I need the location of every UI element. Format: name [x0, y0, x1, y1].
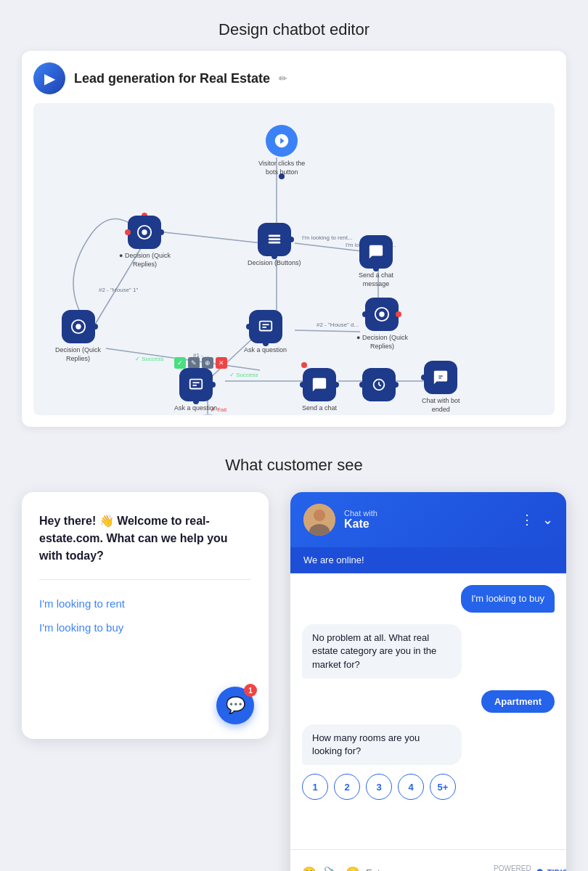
room-options: 1 2 3 4 5+ [302, 774, 555, 800]
online-banner: We are online! [290, 547, 566, 573]
room-btn-1[interactable]: 1 [302, 774, 328, 800]
chat-ended-node[interactable]: Chat with botended [422, 361, 460, 414]
editor-card: ▶ Lead generation for Real Estate ✏ I'm … [22, 51, 566, 427]
tidio-brand: TIDIO [547, 868, 566, 871]
attachment-icon[interactable]: 📎 [324, 866, 338, 872]
chat-ended-label: Chat with botended [422, 397, 460, 414]
room-btn-5plus[interactable]: 5+ [430, 774, 456, 800]
powered-by: POWERED BY TIDIO [494, 864, 566, 871]
bot-icon: ▶ [33, 62, 65, 94]
chat-message-input[interactable] [366, 867, 488, 872]
message-outgoing-1: I'm looking to buy [302, 585, 555, 618]
bubble-apartment[interactable]: Apartment [481, 690, 555, 713]
room-btn-2[interactable]: 2 [334, 774, 360, 800]
svg-rect-24 [269, 238, 281, 240]
bubble-looking-to-buy: I'm looking to buy [461, 585, 555, 613]
decision-qr1-box [128, 216, 161, 249]
decision-qr3-label: Decision (QuickReplies) [55, 346, 101, 363]
section2-title: What customer see [0, 427, 588, 492]
svg-point-27 [380, 311, 385, 316]
ask-q1-label: Ask a question [244, 346, 287, 355]
chat-input-area: 🙂 📎 😊 POWERED BY TIDIO [290, 849, 566, 871]
decision-buttons-box [258, 223, 291, 256]
chat-left-card: Hey there! 👋 Welcome to real-estate.com.… [22, 492, 269, 739]
send-chat2-box [303, 368, 336, 401]
online-text: We are online! [303, 555, 364, 565]
message-rooms-question: How many rooms are you looking for? [302, 724, 555, 771]
bubble-rooms: How many rooms are you looking for? [302, 724, 462, 765]
trigger-node[interactable]: Visitor clicks thebots button [258, 125, 305, 176]
ask-q2-box [179, 368, 213, 401]
send-chat1-node[interactable]: Send a chatmessage [359, 235, 393, 288]
svg-text:#2 - "House" d...: #2 - "House" d... [317, 322, 359, 328]
edit-icon[interactable]: ✏ [279, 73, 287, 84]
decision-qr2-box [365, 298, 399, 331]
svg-text:✓ Success: ✓ Success [135, 356, 163, 362]
svg-rect-25 [269, 242, 281, 244]
option-rent[interactable]: I'm looking to rent [39, 592, 251, 616]
chat-ended-box [424, 361, 457, 394]
svg-line-19 [295, 330, 360, 332]
bubble-category-question: No problem at all. What real estate cate… [302, 624, 462, 679]
decision-qr2-label: ● Decision (QuickReplies) [356, 334, 408, 351]
chat-body: I'm looking to buy No problem at all. Wh… [290, 573, 566, 849]
agent-name: Kate [344, 518, 512, 531]
svg-text:✓ Success: ✓ Success [229, 372, 258, 378]
room-btn-4[interactable]: 4 [398, 774, 424, 800]
svg-line-38 [379, 385, 381, 386]
chat-divider [39, 579, 251, 580]
welcome-message: Hey there! 👋 Welcome to real-estate.com.… [39, 512, 251, 565]
decision-qr3-node[interactable]: Decision (QuickReplies) [55, 310, 101, 363]
message-incoming-1: No problem at all. What real estate cate… [302, 624, 555, 684]
svg-text:I'm looking to rent...: I'm looking to rent... [302, 234, 353, 241]
timer-box [362, 368, 396, 401]
chat-fab-icon: 💬 [226, 696, 245, 715]
header-icons: ⋮ ⌄ [520, 512, 553, 528]
decision-qr2-node[interactable]: ● Decision (QuickReplies) [356, 298, 408, 351]
editor-title: Lead generation for Real Estate [74, 71, 270, 86]
more-icon[interactable]: ⋮ [520, 512, 534, 528]
send-chat2-node[interactable]: Send a chatmessage [302, 368, 337, 415]
smiley-icon[interactable]: 😊 [346, 866, 360, 872]
agent-info: Chat with Kate [344, 509, 512, 531]
chat-widget-header: Chat with Kate ⋮ ⌄ [290, 492, 566, 547]
timer-node[interactable] [362, 368, 396, 401]
svg-point-29 [75, 324, 81, 329]
editor-header: ▶ Lead generation for Real Estate ✏ [33, 62, 555, 94]
decision-buttons-label: Decision (Buttons) [248, 259, 301, 268]
decision-qr3-box [62, 310, 95, 343]
chat-fab-button[interactable]: 💬 1 [216, 687, 254, 724]
node-toolbar: ✓ ✎ ⊕ ✕ [174, 357, 227, 369]
trigger-box [266, 125, 298, 157]
option-buy[interactable]: I'm looking to buy [39, 616, 251, 639]
ask-q2-node[interactable]: Ask a question [174, 368, 217, 413]
send-chat2-label: Send a chatmessage [302, 404, 337, 415]
tidio-logo-icon [536, 867, 544, 871]
ask-q2-label: Ask a question [174, 404, 217, 413]
svg-point-42 [314, 510, 325, 521]
decision-qr1-label: ● Decision (QuickReplies) [119, 252, 171, 269]
decision-qr1-node[interactable]: ● Decision (QuickReplies) [119, 216, 171, 269]
send-chat1-box [359, 235, 393, 269]
svg-rect-23 [269, 235, 281, 237]
svg-text:#2 - "House" 1": #2 - "House" 1" [99, 287, 138, 293]
emoji-face-icon[interactable]: 🙂 [302, 866, 317, 872]
page-title: Design chatbot editor [0, 0, 588, 51]
ask-q1-box [249, 310, 282, 343]
collapse-icon[interactable]: ⌄ [542, 512, 553, 528]
svg-rect-30 [259, 322, 271, 331]
input-icons: 🙂 📎 😊 [302, 866, 360, 872]
chat-demo-area: Hey there! 👋 Welcome to real-estate.com.… [22, 492, 566, 871]
chat-widget: Chat with Kate ⋮ ⌄ We are online! I'm lo… [290, 492, 566, 871]
message-apartment: Apartment [302, 690, 555, 719]
decision-buttons-node[interactable]: Decision (Buttons) [248, 223, 301, 268]
ask-q1-node[interactable]: Ask a question [244, 310, 287, 355]
svg-rect-33 [189, 380, 202, 389]
svg-line-2 [295, 243, 367, 252]
notification-badge: 1 [244, 684, 257, 697]
powered-by-text: POWERED BY [494, 864, 533, 871]
agent-avatar [303, 504, 335, 536]
send-chat1-label: Send a chatmessage [359, 271, 393, 288]
room-btn-3[interactable]: 3 [366, 774, 392, 800]
agent-subtitle: Chat with [344, 509, 512, 518]
